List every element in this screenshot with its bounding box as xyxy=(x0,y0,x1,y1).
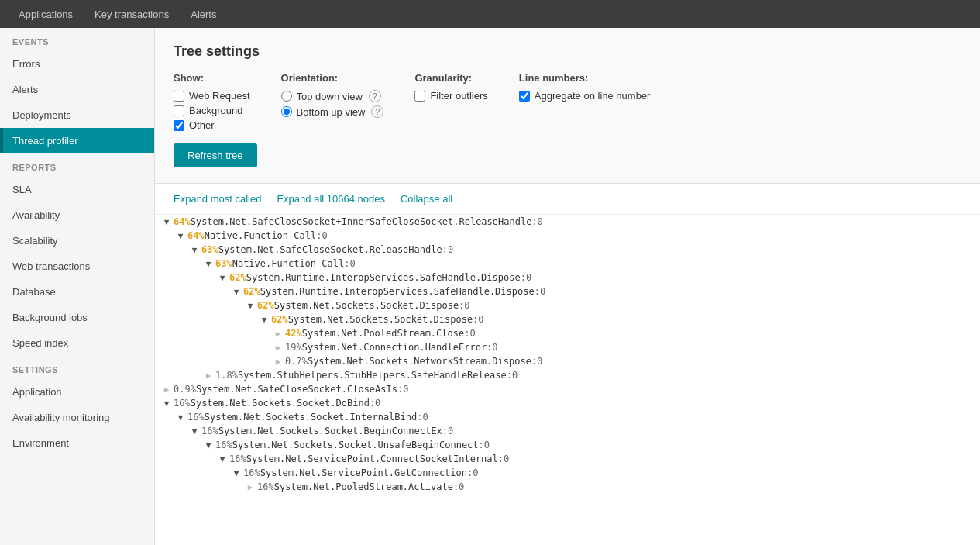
tree-node-pct: 63% xyxy=(215,258,232,269)
sidebar-item-alerts[interactable]: Alerts xyxy=(0,77,154,102)
sidebar-item-errors[interactable]: Errors xyxy=(0,51,154,77)
tree-node[interactable]: 42% System.Net.PooledStream.Close :0 xyxy=(155,326,980,340)
granularity-group: Granularity: Filter outliers xyxy=(414,72,487,102)
sidebar-item-environment[interactable]: Environment xyxy=(0,430,154,456)
tree-toggle-icon[interactable] xyxy=(161,217,172,227)
tree-node-num: :0 xyxy=(507,370,518,381)
show-background[interactable]: Background xyxy=(174,105,250,116)
sidebar-item-availability-monitoring[interactable]: Availability monitoring xyxy=(0,405,154,430)
bottom-up-help-icon[interactable]: ? xyxy=(371,105,383,118)
tree-node[interactable]: 63% System.Net.SafeCloseSocket.ReleaseHa… xyxy=(155,243,980,257)
sidebar-item-thread-profiler[interactable]: Thread profiler xyxy=(0,128,154,153)
bottom-up-view-option[interactable]: Bottom up view ? xyxy=(281,105,384,118)
top-down-label: Top down view xyxy=(297,91,363,102)
tree-toggle-icon[interactable] xyxy=(203,259,214,269)
tree-toggle-icon[interactable] xyxy=(273,357,284,367)
tree-node[interactable]: 63% Native.Function Call :0 xyxy=(155,257,980,271)
tree-toggle-icon[interactable] xyxy=(161,385,172,395)
top-nav: Applications Key transactions Alerts xyxy=(0,0,980,28)
tree-node[interactable]: 64% Native.Function Call :0 xyxy=(155,229,980,243)
tree-toggle-icon[interactable] xyxy=(161,398,172,409)
tree-toggle-icon[interactable] xyxy=(273,343,284,353)
sidebar-item-availability[interactable]: Availability xyxy=(0,202,154,228)
top-down-radio[interactable] xyxy=(281,91,292,102)
collapse-all-link[interactable]: Collapse all xyxy=(401,193,452,205)
tree-toggle-icon[interactable] xyxy=(175,231,186,241)
tree-toggle-icon[interactable] xyxy=(245,301,256,311)
nav-alerts[interactable]: Alerts xyxy=(180,0,227,28)
tree-node-pct: 42% xyxy=(285,328,302,339)
expand-all-link[interactable]: Expand all 10664 nodes xyxy=(277,193,385,205)
top-down-help-icon[interactable]: ? xyxy=(369,90,381,102)
tree-toggle-icon[interactable] xyxy=(189,245,200,255)
sidebar-item-database[interactable]: Database xyxy=(0,279,154,305)
sidebar-item-scalability[interactable]: Scalability xyxy=(0,228,154,254)
tree-toggle-icon[interactable] xyxy=(259,315,270,325)
tree-node-pct: 16% xyxy=(215,440,232,450)
tree-node[interactable]: 16% System.Net.Sockets.Socket.UnsafeBegi… xyxy=(155,438,980,452)
tree-node-num: :0 xyxy=(464,328,475,339)
tree-toggle-icon[interactable] xyxy=(245,482,256,492)
nav-key-transactions[interactable]: Key transactions xyxy=(84,0,180,28)
bottom-up-radio[interactable] xyxy=(281,106,292,117)
tree-toggle-icon[interactable] xyxy=(217,454,228,464)
tree-node-num: :0 xyxy=(316,230,327,241)
tree-toggle-icon[interactable] xyxy=(273,329,284,339)
tree-toggle-icon[interactable] xyxy=(231,287,242,297)
sidebar-item-speed-index[interactable]: Speed index xyxy=(0,330,154,356)
web-request-checkbox[interactable] xyxy=(174,91,184,102)
tree-node[interactable]: 62% System.Net.Sockets.Socket.Dispose :0 xyxy=(155,298,980,312)
show-web-request[interactable]: Web Request xyxy=(174,90,250,102)
sidebar-item-background-jobs[interactable]: Background jobs xyxy=(0,305,154,330)
tree-node-pct: 16% xyxy=(243,467,260,478)
tree-node[interactable]: 1.8% System.StubHelpers.StubHelpers.Safe… xyxy=(155,368,980,382)
tree-node-pct: 63% xyxy=(201,244,218,255)
nav-applications[interactable]: Applications xyxy=(8,0,84,28)
show-other[interactable]: Other xyxy=(174,119,250,131)
tree-node[interactable]: 16% System.Net.PooledStream.Activate :0 xyxy=(155,480,980,494)
tree-node[interactable]: 16% System.Net.ServicePoint.GetConnectio… xyxy=(155,466,980,480)
tree-node-text: System.Net.SafeCloseSocket+InnerSafeClos… xyxy=(191,216,532,227)
web-request-label: Web Request xyxy=(189,90,250,102)
sidebar-item-web-transactions[interactable]: Web transactions xyxy=(0,254,154,279)
tree-node-text: System.Net.PooledStream.Activate xyxy=(274,481,453,492)
top-down-view-option[interactable]: Top down view ? xyxy=(281,90,384,102)
tree-node[interactable]: 16% System.Net.ServicePoint.ConnectSocke… xyxy=(155,452,980,466)
sidebar-item-deployments[interactable]: Deployments xyxy=(0,102,154,128)
tree-node[interactable]: 64% System.Net.SafeCloseSocket+InnerSafe… xyxy=(155,215,980,229)
tree-node[interactable]: 19% System.Net.Connection.HandleError :0 xyxy=(155,340,980,354)
tree-node[interactable]: 62% System.Runtime.InteropServices.SafeH… xyxy=(155,271,980,285)
tree-node[interactable]: 16% System.Net.Sockets.Socket.InternalBi… xyxy=(155,410,980,424)
background-checkbox[interactable] xyxy=(174,105,184,116)
tree-node-num: :0 xyxy=(498,454,509,464)
aggregate-line-checkbox[interactable] xyxy=(519,91,530,102)
tree-node-num: :0 xyxy=(370,398,380,409)
tree-toggle-icon[interactable] xyxy=(231,468,242,478)
sidebar-item-sla[interactable]: SLA xyxy=(0,177,154,202)
events-section-label: EVENTS xyxy=(0,28,154,51)
sidebar-item-application[interactable]: Application xyxy=(0,379,154,405)
tree-toggle-icon[interactable] xyxy=(217,273,228,283)
tree-node[interactable]: 0.9% System.Net.SafeCloseSocket.CloseAsI… xyxy=(155,382,980,396)
other-checkbox[interactable] xyxy=(174,120,184,131)
tree-toggle-icon[interactable] xyxy=(203,440,214,450)
tree-node-num: :0 xyxy=(453,481,464,492)
tree-toggle-icon[interactable] xyxy=(203,371,214,381)
aggregate-line-option[interactable]: Aggregate on line number xyxy=(519,90,651,102)
tree-node-pct: 19% xyxy=(285,342,302,353)
tree-node[interactable]: 16% System.Net.Sockets.Socket.DoBind :0 xyxy=(155,396,980,410)
settings-section-label: SETTINGS xyxy=(0,356,154,379)
refresh-tree-button[interactable]: Refresh tree xyxy=(174,143,257,167)
tree-node-pct: 62% xyxy=(229,272,246,283)
tree-node[interactable]: 62% System.Net.Sockets.Socket.Dispose :0 xyxy=(155,312,980,326)
expand-most-called-link[interactable]: Expand most called xyxy=(174,193,261,205)
tree-node[interactable]: 0.7% System.Net.Sockets.NetworkStream.Di… xyxy=(155,354,980,368)
tree-toggle-icon[interactable] xyxy=(189,426,200,436)
filter-outliers-checkbox[interactable] xyxy=(414,91,425,102)
tree-node[interactable]: 16% System.Net.Sockets.Socket.BeginConne… xyxy=(155,424,980,438)
filter-outliers-option[interactable]: Filter outliers xyxy=(414,90,487,102)
tree-node[interactable]: 62% System.Runtime.InteropServices.SafeH… xyxy=(155,285,980,298)
tree-node-pct: 0.9% xyxy=(174,384,196,395)
orientation-group: Orientation: Top down view ? Bottom up v… xyxy=(281,72,384,118)
tree-toggle-icon[interactable] xyxy=(175,412,186,423)
